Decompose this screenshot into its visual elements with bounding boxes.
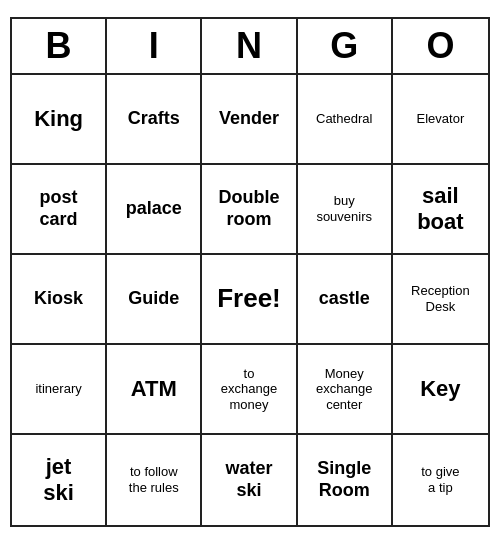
cell-text-r4-c2: waterski xyxy=(225,458,272,501)
cell-text-r2-c3: castle xyxy=(319,288,370,310)
cell-r2-c3: castle xyxy=(298,255,393,345)
cell-text-r1-c0: postcard xyxy=(40,187,78,230)
cell-text-r4-c0: jetski xyxy=(43,454,74,507)
cell-text-r1-c4: sailboat xyxy=(417,183,463,236)
cell-r3-c4: Key xyxy=(393,345,488,435)
header-letter-G: G xyxy=(298,19,393,73)
cell-r2-c0: Kiosk xyxy=(12,255,107,345)
bingo-card: BINGO KingCraftsVenderCathedralElevatorp… xyxy=(10,17,490,527)
cell-text-r4-c4: to givea tip xyxy=(421,464,459,495)
cell-text-r0-c3: Cathedral xyxy=(316,111,372,127)
cell-r0-c0: King xyxy=(12,75,107,165)
cell-r2-c4: ReceptionDesk xyxy=(393,255,488,345)
cell-text-r2-c4: ReceptionDesk xyxy=(411,283,470,314)
cell-r0-c1: Crafts xyxy=(107,75,202,165)
cell-text-r2-c2: Free! xyxy=(217,283,281,314)
cell-text-r1-c3: buysouvenirs xyxy=(316,193,372,224)
bingo-header: BINGO xyxy=(12,19,488,75)
cell-text-r4-c1: to followthe rules xyxy=(129,464,179,495)
cell-r1-c4: sailboat xyxy=(393,165,488,255)
cell-text-r3-c3: Moneyexchangecenter xyxy=(316,366,372,413)
cell-r4-c1: to followthe rules xyxy=(107,435,202,525)
cell-text-r0-c1: Crafts xyxy=(128,108,180,130)
cell-r1-c1: palace xyxy=(107,165,202,255)
cell-text-r3-c2: toexchangemoney xyxy=(221,366,277,413)
header-letter-B: B xyxy=(12,19,107,73)
cell-text-r0-c2: Vender xyxy=(219,108,279,130)
cell-r0-c2: Vender xyxy=(202,75,297,165)
cell-text-r2-c1: Guide xyxy=(128,288,179,310)
cell-text-r1-c1: palace xyxy=(126,198,182,220)
cell-text-r0-c4: Elevator xyxy=(417,111,465,127)
cell-r4-c3: SingleRoom xyxy=(298,435,393,525)
cell-text-r3-c4: Key xyxy=(420,376,460,402)
bingo-grid: KingCraftsVenderCathedralElevatorpostcar… xyxy=(12,75,488,525)
cell-text-r2-c0: Kiosk xyxy=(34,288,83,310)
cell-r4-c2: waterski xyxy=(202,435,297,525)
cell-r3-c1: ATM xyxy=(107,345,202,435)
cell-r3-c2: toexchangemoney xyxy=(202,345,297,435)
header-letter-O: O xyxy=(393,19,488,73)
cell-r4-c0: jetski xyxy=(12,435,107,525)
cell-text-r3-c1: ATM xyxy=(131,376,177,402)
cell-r0-c3: Cathedral xyxy=(298,75,393,165)
cell-r4-c4: to givea tip xyxy=(393,435,488,525)
cell-text-r4-c3: SingleRoom xyxy=(317,458,371,501)
cell-r1-c3: buysouvenirs xyxy=(298,165,393,255)
header-letter-I: I xyxy=(107,19,202,73)
cell-text-r0-c0: King xyxy=(34,106,83,132)
cell-r2-c2: Free! xyxy=(202,255,297,345)
cell-r3-c3: Moneyexchangecenter xyxy=(298,345,393,435)
cell-text-r3-c0: itinerary xyxy=(35,381,81,397)
cell-r3-c0: itinerary xyxy=(12,345,107,435)
cell-r2-c1: Guide xyxy=(107,255,202,345)
cell-r1-c0: postcard xyxy=(12,165,107,255)
cell-r1-c2: Doubleroom xyxy=(202,165,297,255)
cell-r0-c4: Elevator xyxy=(393,75,488,165)
cell-text-r1-c2: Doubleroom xyxy=(218,187,279,230)
header-letter-N: N xyxy=(202,19,297,73)
